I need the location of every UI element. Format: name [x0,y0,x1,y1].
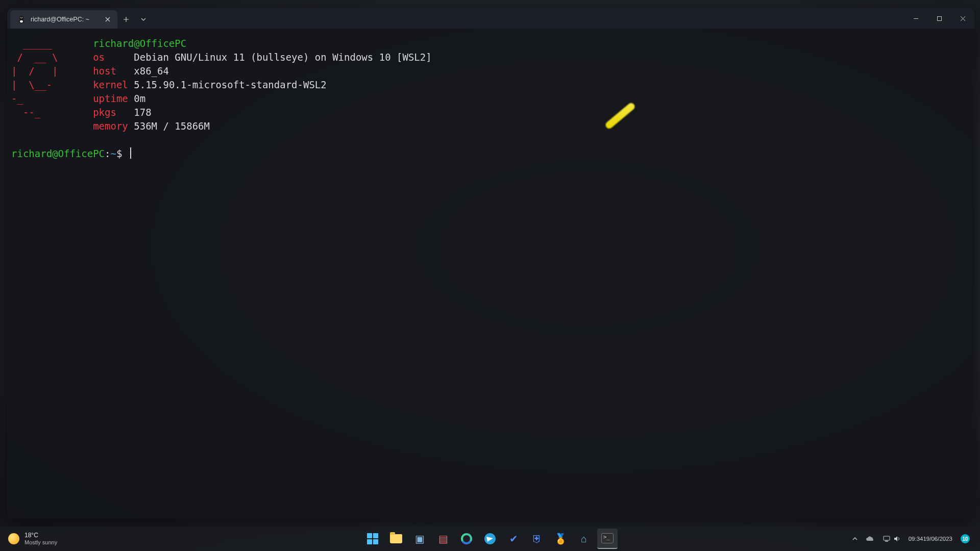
desktop-background: richard@OfficePC: ~ [0,0,980,551]
new-tab-button[interactable] [117,10,135,29]
terminal-output[interactable]: _____ richard@OfficePC / __ \ os Debian … [7,29,974,518]
tab-dropdown-button[interactable] [135,10,152,29]
fetch-value: 536M / 15866M [134,120,210,132]
file-explorer-icon[interactable] [386,529,406,549]
taskbar: 18°C Mostly sunny ▣ ▤ ✔ ⛨ 🏅 ⌂ [0,527,980,551]
fetch-value: 178 [134,107,151,118]
fetch-value: 5.15.90.1-microsoft-standard-WSL2 [134,79,327,90]
maximize-button[interactable] [927,8,951,29]
weather-widget[interactable]: 18°C Mostly sunny [0,532,57,546]
tux-icon [17,15,26,23]
fetch-label: kernel [93,79,128,90]
tray-overflow-button[interactable] [849,535,861,542]
clock[interactable]: 09:34 19/06/2023 [905,535,955,542]
fetch-value: Debian GNU/Linux 11 (bullseye) on Window… [134,52,431,63]
clock-time: 09:34 [909,535,923,542]
svg-rect-9 [885,541,888,542]
security-icon[interactable]: ⛨ [527,529,547,549]
onedrive-icon[interactable] [863,534,878,544]
terminal-window: richard@OfficePC: ~ [7,8,974,518]
microsoft-store-icon[interactable]: ▣ [409,529,430,549]
news-icon[interactable]: ▤ [433,529,453,549]
ascii-line: / __ \ [11,52,69,63]
text-cursor [130,147,131,159]
notification-center-button[interactable]: 10 [958,532,973,545]
fetch-label: uptime [93,93,128,104]
weather-temp: 18°C [24,532,57,539]
svg-point-0 [19,16,23,20]
weather-desc: Mostly sunny [24,539,57,546]
dev-home-icon[interactable]: ⌂ [574,529,594,549]
terminal-tab[interactable]: richard@OfficePC: ~ [10,10,117,29]
notification-count: 10 [962,536,968,542]
svg-point-5 [20,17,21,18]
fetch-label: memory [93,120,128,132]
start-button[interactable] [362,529,383,549]
rewards-icon[interactable]: 🏅 [550,529,571,549]
ascii-line: --_ [11,107,69,118]
svg-point-6 [22,17,22,18]
system-tray: 09:34 19/06/2023 10 [849,532,980,545]
fetch-label: host [93,65,116,77]
weather-icon [8,533,19,544]
close-window-button[interactable] [951,8,974,29]
tab-close-button[interactable] [103,15,112,24]
svg-point-2 [20,20,23,23]
todo-icon[interactable]: ✔ [503,529,524,549]
minimize-button[interactable] [904,8,927,29]
tab-title: richard@OfficePC: ~ [31,16,89,23]
network-volume-group[interactable] [880,533,903,544]
fetch-value: x86_64 [134,65,169,77]
ascii-line: | \__- [11,79,69,90]
ascii-line: -_ [11,93,69,104]
svg-rect-8 [884,536,890,540]
clock-date: 19/06/2023 [923,535,952,542]
prompt-userhost: richard@OfficePC [11,148,105,159]
window-titlebar[interactable]: richard@OfficePC: ~ [7,8,974,29]
svg-rect-7 [937,16,941,20]
prompt-sep: : [105,148,110,159]
telegram-icon[interactable] [480,529,500,549]
fetch-value: 0m [134,93,145,104]
taskbar-center: ▣ ▤ ✔ ⛨ 🏅 ⌂ [362,529,618,549]
prompt-sigil: $ [116,148,122,159]
ascii-line: _____ [11,38,69,49]
ascii-line: | / | [11,65,69,77]
fetch-label: pkgs [93,107,116,118]
fetch-label: os [93,52,105,63]
prompt-path: ~ [110,148,116,159]
windows-terminal-icon[interactable] [597,529,618,549]
fetch-header: richard@OfficePC [93,38,186,49]
edge-browser-icon[interactable] [456,529,477,549]
